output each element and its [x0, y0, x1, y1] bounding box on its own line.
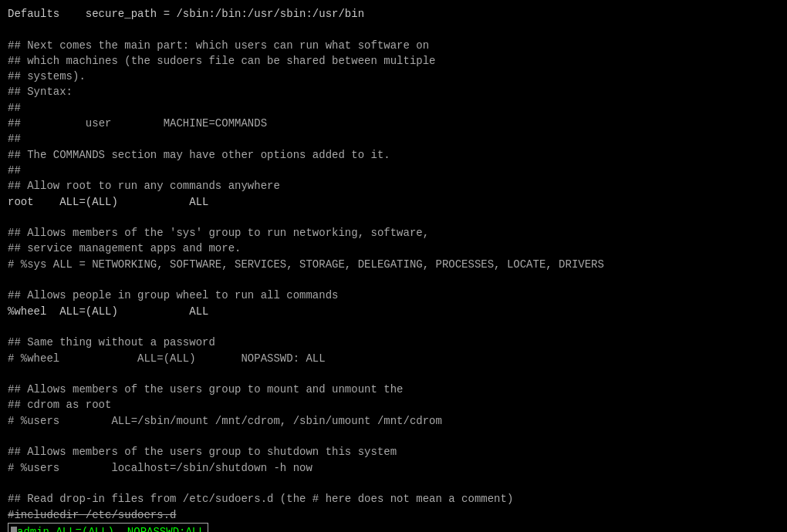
line-15: ## Allows members of the 'sys' group to …	[8, 225, 779, 241]
line-7: ##	[8, 100, 779, 116]
line-1: Defaults secure_path = /sbin:/bin:/usr/s…	[8, 6, 779, 22]
line-5: ## systems).	[8, 69, 779, 84]
terminal-window: Defaults secure_path = /sbin:/bin:/usr/s…	[0, 0, 787, 532]
line-33: #includedir /etc/sudoers.d	[8, 507, 779, 523]
line-17: # %sys ALL = NETWORKING, SOFTWARE, SERVI…	[8, 257, 779, 272]
line-26: ## cdrom as root	[8, 397, 779, 412]
line-25: ## Allows members of the users group to …	[8, 382, 779, 397]
line-14	[8, 210, 779, 225]
line-34: admin ALL=(ALL) NOPASSWD:ALL	[8, 523, 779, 532]
line-8: ## user MACHINE=COMMANDS	[8, 116, 779, 131]
line-23: # %wheel ALL=(ALL) NOPASSWD: ALL	[8, 351, 779, 366]
line-6: ## Syntax:	[8, 84, 779, 99]
admin-line: admin ALL=(ALL) NOPASSWD:ALL	[8, 523, 208, 532]
line-12: ## Allow root to run any commands anywhe…	[8, 178, 779, 194]
line-11: ##	[8, 163, 779, 178]
line-27: # %users ALL=/sbin/mount /mnt/cdrom, /sb…	[8, 413, 779, 429]
line-28	[8, 429, 779, 444]
line-9: ##	[8, 131, 779, 146]
line-16: ## service management apps and more.	[8, 241, 779, 256]
line-2	[8, 22, 779, 37]
line-19: ## Allows people in group wheel to run a…	[8, 288, 779, 303]
line-4: ## which machines (the sudoers file can …	[8, 53, 779, 69]
line-13: root ALL=(ALL) ALL	[8, 194, 779, 210]
admin-text: admin ALL=(ALL) NOPASSWD:ALL	[17, 526, 205, 532]
line-24	[8, 366, 779, 382]
line-30: # %users localhost=/sbin/shutdown -h now	[8, 460, 779, 476]
cursor-block	[11, 527, 17, 532]
line-31	[8, 476, 779, 491]
line-3: ## Next comes the main part: which users…	[8, 38, 779, 53]
struck-text: #includedir /etc/sudoers.d	[8, 509, 176, 521]
line-21	[8, 319, 779, 335]
line-29: ## Allows members of the users group to …	[8, 444, 779, 460]
line-22: ## Same thing without a password	[8, 335, 779, 350]
line-32: ## Read drop-in files from /etc/sudoers.…	[8, 491, 779, 507]
line-10: ## The COMMANDS section may have other o…	[8, 147, 779, 163]
line-20: %wheel ALL=(ALL) ALL	[8, 304, 779, 319]
line-18	[8, 272, 779, 288]
